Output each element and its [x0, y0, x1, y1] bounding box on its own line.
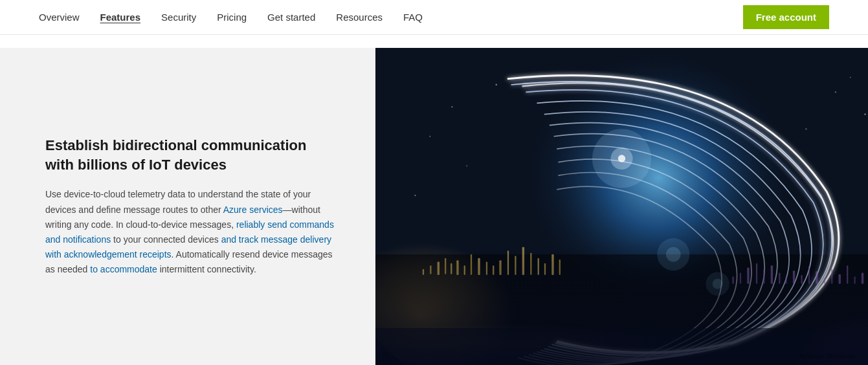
nav-links: Overview Features Security Pricing Get s… [39, 12, 423, 23]
main-nav: Overview Features Security Pricing Get s… [0, 0, 868, 35]
nav-get-started[interactable]: Get started [267, 12, 315, 23]
svg-point-59 [805, 128, 807, 129]
activate-windows-watermark: Activate Windows [799, 352, 855, 360]
svg-point-53 [451, 106, 452, 107]
svg-point-61 [414, 195, 416, 196]
svg-point-60 [466, 165, 467, 166]
svg-point-56 [835, 91, 836, 93]
city-buildings [375, 238, 868, 365]
svg-point-58 [850, 77, 851, 78]
nav-resources[interactable]: Resources [336, 12, 383, 23]
nav-overview[interactable]: Overview [39, 12, 80, 23]
left-panel: Establish bidirectional communication wi… [0, 48, 375, 365]
nav-faq[interactable]: FAQ [403, 12, 423, 23]
svg-point-55 [429, 136, 430, 137]
free-account-button[interactable]: Free account [743, 5, 829, 29]
main-content: Establish bidirectional communication wi… [0, 48, 868, 365]
text-content: Establish bidirectional communication wi… [45, 136, 337, 277]
hero-body: Use device-to-cloud telemetry data to un… [45, 187, 337, 277]
hero-image [375, 48, 868, 365]
nav-pricing[interactable]: Pricing [217, 12, 247, 23]
hero-headline: Establish bidirectional communication wi… [45, 136, 337, 174]
svg-point-11 [618, 155, 625, 162]
nav-features[interactable]: Features [100, 12, 141, 23]
svg-point-54 [495, 84, 497, 86]
azure-link[interactable]: Azure services [223, 205, 283, 215]
nav-security[interactable]: Security [161, 12, 196, 23]
svg-point-57 [864, 113, 866, 115]
accommodate-link[interactable]: to accommodate [90, 264, 157, 274]
